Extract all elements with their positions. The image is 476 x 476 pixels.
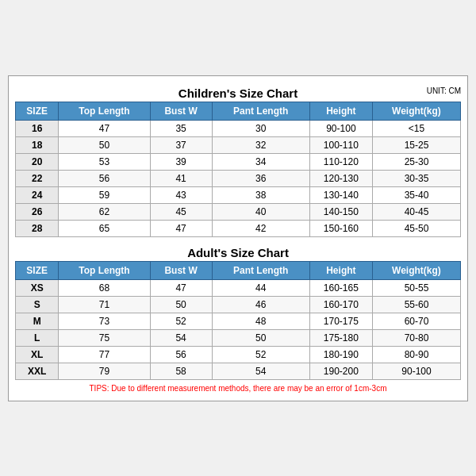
data-cell: 54 (212, 363, 309, 379)
data-cell: 40-45 (372, 203, 460, 220)
data-cell: 77 (59, 346, 150, 363)
data-cell: 62 (59, 203, 150, 220)
data-cell: 70-80 (372, 329, 460, 346)
data-cell: 47 (150, 279, 212, 296)
data-cell: 75 (59, 329, 150, 346)
children-header-weight: Weight(kg) (372, 102, 460, 120)
data-cell: 30 (212, 120, 309, 136)
data-cell: 90-100 (372, 363, 460, 379)
data-cell: 59 (59, 186, 150, 203)
table-row: L755450175-18070-80 (16, 329, 461, 346)
data-cell: 47 (59, 120, 150, 136)
data-cell: 25-30 (372, 153, 460, 170)
data-cell: 37 (150, 136, 212, 153)
adults-header-bust-w: Bust W (150, 261, 212, 279)
data-cell: 50 (59, 136, 150, 153)
data-cell: 34 (212, 153, 309, 170)
data-cell: 39 (150, 153, 212, 170)
data-cell: 90-100 (309, 120, 372, 136)
tips-text: TIPS: Due to different measurement metho… (15, 380, 461, 394)
data-cell: 71 (59, 296, 150, 313)
data-cell: 47 (150, 220, 212, 236)
size-cell: S (16, 296, 59, 313)
data-cell: 150-160 (309, 220, 372, 236)
adults-header-row: SIZE Top Length Bust W Pant Length Heigh… (16, 261, 461, 279)
data-cell: 170-175 (309, 313, 372, 329)
data-cell: 38 (212, 186, 309, 203)
table-row: 22564136120-13030-35 (16, 170, 461, 186)
children-header-bust-w: Bust W (150, 102, 212, 120)
size-cell: 18 (16, 136, 59, 153)
adults-header-pant-length: Pant Length (212, 261, 309, 279)
table-row: 28654742150-16045-50 (16, 220, 461, 236)
data-cell: 44 (212, 279, 309, 296)
data-cell: 180-190 (309, 346, 372, 363)
size-cell: XXL (16, 363, 59, 379)
size-cell: 24 (16, 186, 59, 203)
data-cell: 35 (150, 120, 212, 136)
table-row: 18503732100-11015-25 (16, 136, 461, 153)
data-cell: 73 (59, 313, 150, 329)
children-size-table: SIZE Top Length Bust W Pant Length Heigh… (15, 102, 461, 237)
children-header-row: SIZE Top Length Bust W Pant Length Heigh… (16, 102, 461, 120)
data-cell: <15 (372, 120, 460, 136)
unit-label: UNIT: CM (427, 86, 461, 95)
data-cell: 50 (212, 329, 309, 346)
size-cell: 16 (16, 120, 59, 136)
data-cell: 41 (150, 170, 212, 186)
table-row: 24594338130-14035-40 (16, 186, 461, 203)
size-cell: XS (16, 279, 59, 296)
data-cell: 54 (150, 329, 212, 346)
data-cell: 100-110 (309, 136, 372, 153)
data-cell: 45-50 (372, 220, 460, 236)
data-cell: 35-40 (372, 186, 460, 203)
size-cell: 22 (16, 170, 59, 186)
adults-size-table: SIZE Top Length Bust W Pant Length Heigh… (15, 261, 461, 380)
data-cell: 45 (150, 203, 212, 220)
table-row: 26624540140-15040-45 (16, 203, 461, 220)
data-cell: 56 (59, 170, 150, 186)
data-cell: 160-170 (309, 296, 372, 313)
data-cell: 175-180 (309, 329, 372, 346)
data-cell: 160-165 (309, 279, 372, 296)
data-cell: 46 (212, 296, 309, 313)
adults-title-text: Adult's Size Chart (187, 246, 289, 259)
data-cell: 140-150 (309, 203, 372, 220)
children-header-height: Height (309, 102, 372, 120)
data-cell: 50 (150, 296, 212, 313)
table-row: M735248170-17560-70 (16, 313, 461, 329)
children-title-text: Children's Size Chart (178, 86, 298, 100)
data-cell: 30-35 (372, 170, 460, 186)
data-cell: 110-120 (309, 153, 372, 170)
table-row: XL775652180-19080-90 (16, 346, 461, 363)
data-cell: 130-140 (309, 186, 372, 203)
adults-section-title: Adult's Size Chart (15, 242, 461, 261)
table-row: 1647353090-100<15 (16, 120, 461, 136)
adults-header-height: Height (309, 261, 372, 279)
size-cell: 28 (16, 220, 59, 236)
data-cell: 43 (150, 186, 212, 203)
children-section-title: Children's Size Chart UNIT: CM (15, 83, 461, 102)
data-cell: 58 (150, 363, 212, 379)
data-cell: 48 (212, 313, 309, 329)
size-cell: L (16, 329, 59, 346)
data-cell: 56 (150, 346, 212, 363)
data-cell: 68 (59, 279, 150, 296)
size-cell: XL (16, 346, 59, 363)
children-header-top-length: Top Length (59, 102, 150, 120)
size-chart-container: Children's Size Chart UNIT: CM SIZE Top … (8, 75, 468, 401)
data-cell: 50-55 (372, 279, 460, 296)
table-row: XS684744160-16550-55 (16, 279, 461, 296)
table-row: 20533934110-12025-30 (16, 153, 461, 170)
size-cell: 26 (16, 203, 59, 220)
adults-header-weight: Weight(kg) (372, 261, 460, 279)
data-cell: 60-70 (372, 313, 460, 329)
data-cell: 65 (59, 220, 150, 236)
size-cell: M (16, 313, 59, 329)
data-cell: 40 (212, 203, 309, 220)
data-cell: 32 (212, 136, 309, 153)
data-cell: 79 (59, 363, 150, 379)
table-row: XXL795854190-20090-100 (16, 363, 461, 379)
table-row: S715046160-17055-60 (16, 296, 461, 313)
children-header-size: SIZE (16, 102, 59, 120)
